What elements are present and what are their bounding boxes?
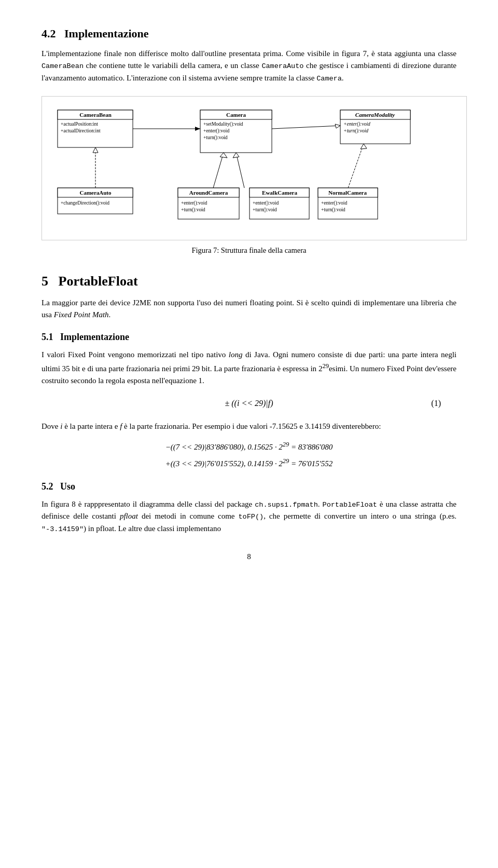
svg-marker-36 [195,127,200,131]
section-42-title: 4.2 Implementazione [42,25,457,43]
svg-text:+enter():void: +enter():void [343,121,370,127]
svg-text:+setModality():void: +setModality():void [203,121,243,127]
svg-text:CameraAuto: CameraAuto [79,189,112,196]
svg-text:+enter():void: +enter():void [321,200,347,206]
svg-marker-42 [220,153,227,158]
svg-text:Camera: Camera [226,112,246,118]
svg-line-43 [236,153,244,188]
svg-text:CameraModality: CameraModality [355,112,395,118]
uml-diagram: CameraBean +actualPosition:int +actualDi… [47,105,462,235]
figure-7: CameraBean +actualPosition:int +actualDi… [42,96,467,240]
svg-line-37 [272,126,340,129]
svg-text:+turn():void: +turn():void [181,207,205,213]
page-number: 8 [42,551,457,563]
svg-text:+turn():void: +turn():void [343,128,368,134]
paragraph-5: In figura 8 è rapppresentato il diagramm… [42,498,457,536]
svg-text:+actualPosition:int: +actualPosition:int [61,121,98,127]
svg-text:+turn():void: +turn():void [203,135,228,141]
svg-text:+enter():void: +enter():void [181,200,207,206]
section-51-title: 5.1 Implementazione [42,330,457,345]
paragraph-2: La maggior parte dei device J2ME non sup… [42,297,457,321]
svg-marker-46 [361,144,367,149]
svg-text:+actualDirection:int: +actualDirection:int [61,128,101,133]
svg-text:+enter():void: +enter():void [203,128,229,134]
svg-text:+turn():void: +turn():void [253,207,277,213]
svg-line-41 [213,153,224,188]
paragraph-1: L'implementazione finale non differisce … [42,48,457,85]
svg-text:+enter():void: +enter():void [253,200,279,206]
svg-text:+turn():void: +turn():void [321,207,345,213]
svg-text:AroundCamera: AroundCamera [189,189,228,196]
svg-text:CameraBean: CameraBean [79,112,112,118]
svg-text:EwalkCamera: EwalkCamera [262,189,297,196]
equation-1: ± ((i << 29)|f) (1) [42,397,457,410]
section-5-title: 5 PortableFloat [42,271,457,292]
math-examples: −((7 << 29)|83′886′080), 0.15625 · 229 =… [42,440,457,470]
section-52-title: 5.2 Uso [42,480,457,494]
paragraph-3: I valori Fixed Point vengono memorizzati… [42,349,457,387]
svg-marker-44 [233,153,239,158]
svg-text:+changeDirection():void: +changeDirection():void [61,200,109,206]
svg-marker-38 [335,124,340,128]
paragraph-4: Dove i è la parte intera e f è la parte … [42,421,457,432]
svg-text:NormalCamera: NormalCamera [328,189,367,196]
figure-7-caption: Figura 7: Struttura finale della camera [42,245,457,256]
svg-line-45 [348,144,364,188]
svg-marker-40 [93,147,98,153]
